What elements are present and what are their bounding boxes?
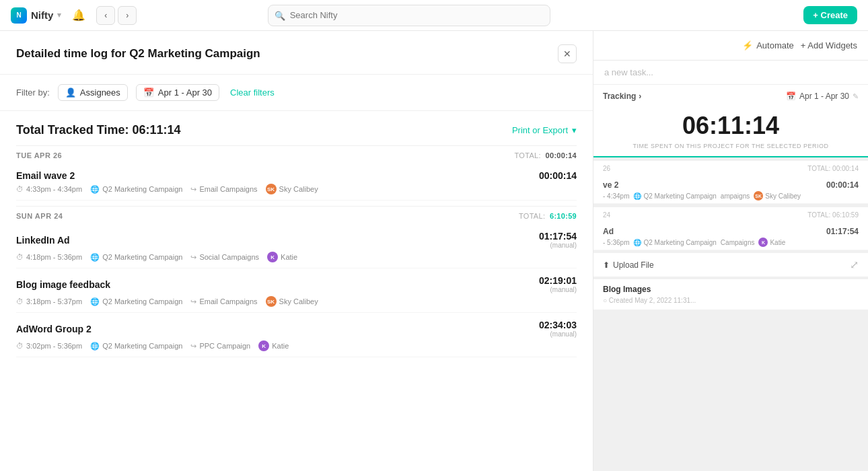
back-button[interactable]: ‹ xyxy=(96,6,115,25)
clock-icon: ⏱ xyxy=(16,185,24,193)
meta-campaign: ↪ PPC Campaign xyxy=(190,342,250,351)
date-header-apr24: SUN APR 24 TOTAL: 6:10:59 xyxy=(16,206,577,224)
filter-by-label: Filter by: xyxy=(16,87,50,98)
entry-meta: ⏱ 4:18pm - 5:36pm 🌐 Q2 Marketing Campaig… xyxy=(16,252,577,262)
chevron-down-icon: ▾ xyxy=(57,11,61,20)
date-range-value: Apr 1 - Apr 30 xyxy=(799,92,849,101)
right-entry-meta: - 4:34pm 🌐 Q2 Marketing Campaign ampaign… xyxy=(603,191,859,201)
entry-name: AdWord Group 2 xyxy=(16,324,92,334)
search-input[interactable] xyxy=(268,5,550,26)
expand-icon: ⤢ xyxy=(850,258,859,271)
right-meta-time-ad: - 5:36pm xyxy=(603,238,629,247)
right-entry-name-ad: Ad xyxy=(603,227,614,236)
meta-assignee: K Katie xyxy=(267,252,297,262)
print-export-button[interactable]: Print or Export ▾ xyxy=(512,125,577,135)
meta-assignee: K Katie xyxy=(258,340,289,351)
globe-icon: 🌐 xyxy=(633,239,641,246)
upload-section: ⬆ Upload File ⤢ xyxy=(593,253,868,277)
edit-icon: ✎ xyxy=(853,92,859,101)
date-total-apr24: TOTAL: 6:10:59 xyxy=(519,212,577,220)
new-task-input[interactable]: a new task... xyxy=(593,61,868,85)
date-section-apr24: SUN APR 24 TOTAL: 6:10:59 LinkedIn Ad 01… xyxy=(16,206,577,357)
time-sub-label: TIME SPENT ON THIS PROJECT FOR THE SELEC… xyxy=(593,143,868,156)
right-meta-project: 🌐 Q2 Marketing Campaign xyxy=(633,191,716,201)
upload-file-button[interactable]: ⬆ Upload File xyxy=(603,260,654,270)
entry-top: Blog image feedback 02:19:01(manual) xyxy=(16,275,577,293)
meta-time: ⏱ 4:33pm - 4:34pm xyxy=(16,185,82,193)
app-logo[interactable]: N Nifty ▾ xyxy=(11,7,61,24)
right-panel: ⚡ Automate + Add Widgets a new task... T… xyxy=(593,31,868,471)
chevron-down-icon: ▾ xyxy=(572,125,577,135)
right-entry-dur-ad: 01:17:54 xyxy=(826,227,859,236)
right-entry-top: ve 2 00:00:14 xyxy=(603,180,859,190)
arrow-icon: ↪ xyxy=(190,342,196,351)
right-entry-meta-ad: - 5:36pm 🌐 Q2 Marketing Campaign Campaig… xyxy=(603,238,859,247)
automate-label: Automate xyxy=(756,40,794,50)
globe-icon: 🌐 xyxy=(90,342,100,351)
avatar: SK xyxy=(754,191,763,201)
right-date-label-24: 24 xyxy=(603,211,610,219)
add-widgets-label: + Add Widgets xyxy=(801,40,857,50)
right-meta-time: - 4:34pm xyxy=(603,191,629,201)
total-tracked-time: Total Tracked Time: 06:11:14 xyxy=(16,123,180,137)
right-date-label-26: 26 xyxy=(603,165,610,172)
app-name: Nifty xyxy=(31,9,53,21)
arrow-icon: ↪ xyxy=(190,185,196,194)
entry-top: Email wave 2 00:00:14 xyxy=(16,170,577,181)
meta-project: 🌐 Q2 Marketing Campaign xyxy=(90,253,182,262)
tracking-header: Tracking › 📅 Apr 1 - Apr 30 ✎ xyxy=(593,85,868,105)
globe-icon: 🌐 xyxy=(90,185,100,194)
entry-duration: 00:00:14 xyxy=(539,170,577,181)
right-meta-campaign-ad: Campaigns xyxy=(721,238,755,247)
right-meta-assignee: SK Sky Calibey xyxy=(754,191,801,201)
entry-meta: ⏱ 3:02pm - 5:36pm 🌐 Q2 Marketing Campaig… xyxy=(16,340,577,351)
modal-panel: Detailed time log for Q2 Marketing Campa… xyxy=(0,31,593,471)
meta-assignee: SK Sky Calibey xyxy=(266,184,318,194)
meta-campaign: ↪ Email Campaigns xyxy=(190,185,257,194)
clock-icon: ⏱ xyxy=(16,342,24,350)
entry-name: LinkedIn Ad xyxy=(16,235,70,246)
create-button[interactable]: + Create xyxy=(803,6,857,24)
globe-icon: 🌐 xyxy=(90,253,100,262)
automate-icon: ⚡ xyxy=(742,40,753,50)
date-range-filter[interactable]: 📅 Apr 1 - Apr 30 xyxy=(136,84,219,101)
blog-images-title: Blog Images xyxy=(603,285,859,294)
entry-top: LinkedIn Ad 01:17:54(manual) xyxy=(16,231,577,249)
notifications-bell-icon[interactable]: 🔔 xyxy=(72,9,85,22)
right-date-section-24: 24 TOTAL: 06:10:59 Ad 01:17:54 - 5:36pm … xyxy=(593,207,868,250)
entry-top: AdWord Group 2 02:34:03(manual) xyxy=(16,320,577,338)
avatar: K xyxy=(258,340,269,351)
meta-time: ⏱ 3:02pm - 5:36pm xyxy=(16,342,82,350)
right-panel-body: a new task... Tracking › 📅 Apr 1 - Apr 3… xyxy=(593,61,868,471)
main-layout: Detailed time log for Q2 Marketing Campa… xyxy=(0,31,868,471)
right-entry-top-ad: Ad 01:17:54 xyxy=(603,227,859,236)
date-label-apr24: SUN APR 24 xyxy=(16,212,63,220)
automate-button[interactable]: ⚡ Automate xyxy=(742,40,794,50)
meta-time: ⏱ 4:18pm - 5:36pm xyxy=(16,253,82,261)
right-entry-ad: Ad 01:17:54 - 5:36pm 🌐 Q2 Marketing Camp… xyxy=(593,223,868,250)
date-section-apr26: TUE APR 26 TOTAL: 00:00:14 Email wave 2 … xyxy=(16,145,577,201)
avatar: K xyxy=(267,252,278,262)
entry-meta: ⏱ 4:33pm - 4:34pm 🌐 Q2 Marketing Campaig… xyxy=(16,184,577,194)
meta-campaign: ↪ Email Campaigns xyxy=(190,297,257,306)
meta-project: 🌐 Q2 Marketing Campaign xyxy=(90,185,182,194)
clear-filters-button[interactable]: Clear filters xyxy=(230,87,275,98)
right-meta-assignee-ad: K Katie xyxy=(758,238,785,247)
topbar: N Nifty ▾ 🔔 ‹ › 🔍 + Create xyxy=(0,0,868,31)
entry-duration: 02:34:03(manual) xyxy=(539,320,577,338)
right-date-section-26: 26 TOTAL: 00:00:14 ve 2 00:00:14 - 4:34p… xyxy=(593,160,868,204)
entry-duration: 01:17:54(manual) xyxy=(539,231,577,249)
upload-label: Upload File xyxy=(613,260,654,270)
entry-adword-group-2: AdWord Group 2 02:34:03(manual) ⏱ 3:02pm… xyxy=(16,313,577,357)
forward-button[interactable]: › xyxy=(118,6,137,25)
assignees-label: Assignees xyxy=(80,87,120,98)
assignees-filter[interactable]: 👤 Assignees xyxy=(58,84,128,101)
date-total-apr26: TOTAL: 00:00:14 xyxy=(515,151,577,159)
close-button[interactable]: ✕ xyxy=(558,44,577,63)
blog-images-sub: ○ Created May 2, 2022 11:31... xyxy=(603,297,859,304)
tracking-date-range[interactable]: 📅 Apr 1 - Apr 30 ✎ xyxy=(786,92,859,101)
meta-assignee: SK Sky Calibey xyxy=(266,296,318,307)
add-widgets-button[interactable]: + Add Widgets xyxy=(801,40,857,50)
search-container: 🔍 xyxy=(268,5,550,26)
upload-icon: ⬆ xyxy=(603,260,610,270)
